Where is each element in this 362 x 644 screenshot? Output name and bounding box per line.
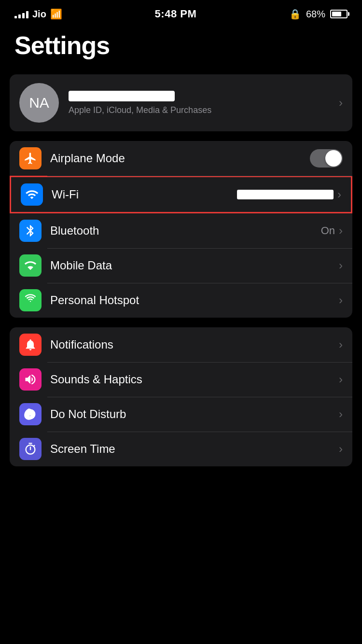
toggle-knob xyxy=(325,150,342,167)
avatar: NA xyxy=(19,83,59,123)
airplane-mode-toggle[interactable] xyxy=(310,149,343,168)
screen-time-row[interactable]: Screen Time › xyxy=(10,432,352,466)
wifi-row[interactable]: Wi-Fi › xyxy=(11,177,351,212)
profile-name-bar xyxy=(69,91,175,101)
profile-info: Apple ID, iCloud, Media & Purchases xyxy=(69,91,329,115)
sounds-haptics-chevron: › xyxy=(339,373,343,386)
lock-icon: 🔒 xyxy=(289,8,301,20)
notifications-chevron: › xyxy=(339,338,343,351)
do-not-disturb-icon xyxy=(19,403,42,425)
personal-hotspot-chevron: › xyxy=(339,294,343,307)
page-title-container: Settings xyxy=(0,26,362,70)
profile-row[interactable]: NA Apple ID, iCloud, Media & Purchases › xyxy=(10,74,352,131)
wifi-label: Wi-Fi xyxy=(52,188,237,201)
wifi-status-icon: 📶 xyxy=(50,8,62,20)
notifications-label: Notifications xyxy=(50,338,339,351)
bluetooth-label: Bluetooth xyxy=(50,224,321,238)
status-bar: Jio 📶 5:48 PM 🔒 68% xyxy=(0,0,362,26)
sounds-haptics-icon xyxy=(19,368,42,391)
airplane-mode-label: Airplane Mode xyxy=(50,152,310,165)
battery-percent: 68% xyxy=(306,9,325,20)
bluetooth-value: On xyxy=(321,224,335,237)
personal-hotspot-label: Personal Hotspot xyxy=(50,294,339,307)
mobile-data-label: Mobile Data xyxy=(50,259,339,272)
settings-section: Notifications › Sounds & Haptics › Do No… xyxy=(10,327,352,466)
do-not-disturb-row[interactable]: Do Not Disturb › xyxy=(10,397,352,432)
mobile-data-icon xyxy=(19,254,42,277)
bluetooth-row[interactable]: Bluetooth On › xyxy=(10,213,352,248)
carrier-label: Jio xyxy=(32,9,46,20)
profile-subtitle: Apple ID, iCloud, Media & Purchases xyxy=(69,105,329,115)
notifications-icon xyxy=(19,334,42,356)
page-title: Settings xyxy=(14,31,348,60)
wifi-highlight-border: Wi-Fi › xyxy=(10,176,352,213)
battery-fill xyxy=(332,12,341,16)
bluetooth-chevron: › xyxy=(339,224,343,238)
profile-chevron: › xyxy=(339,96,343,110)
profile-section: NA Apple ID, iCloud, Media & Purchases › xyxy=(10,74,352,131)
do-not-disturb-chevron: › xyxy=(339,407,343,421)
connectivity-section: Airplane Mode Wi-Fi › Bluetooth On › xyxy=(10,141,352,318)
status-left: Jio 📶 xyxy=(14,8,62,20)
do-not-disturb-label: Do Not Disturb xyxy=(50,407,339,421)
personal-hotspot-icon xyxy=(19,289,42,311)
status-time: 5:48 PM xyxy=(155,8,197,20)
sounds-haptics-row[interactable]: Sounds & Haptics › xyxy=(10,362,352,397)
battery-container xyxy=(330,10,348,18)
personal-hotspot-row[interactable]: Personal Hotspot › xyxy=(10,283,352,318)
mobile-data-chevron: › xyxy=(339,259,343,272)
signal-bars-icon xyxy=(14,10,28,18)
airplane-mode-icon xyxy=(19,147,42,169)
screen-time-chevron: › xyxy=(339,442,343,456)
sounds-haptics-label: Sounds & Haptics xyxy=(50,373,339,386)
notifications-row[interactable]: Notifications › xyxy=(10,327,352,362)
battery-icon xyxy=(330,10,348,18)
mobile-data-row[interactable]: Mobile Data › xyxy=(10,248,352,283)
wifi-value-bar xyxy=(237,190,334,199)
wifi-icon xyxy=(21,183,43,206)
airplane-mode-row[interactable]: Airplane Mode xyxy=(10,141,352,176)
screen-time-icon xyxy=(19,438,42,460)
wifi-chevron: › xyxy=(337,188,341,201)
screen-time-label: Screen Time xyxy=(50,442,339,456)
status-right: 🔒 68% xyxy=(289,8,348,20)
bluetooth-icon xyxy=(19,220,42,242)
